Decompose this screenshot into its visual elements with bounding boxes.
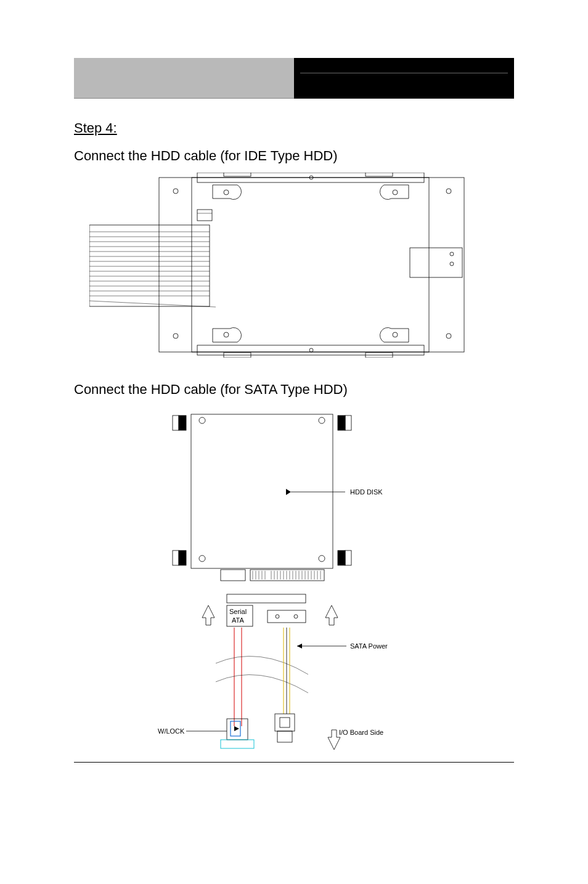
svg-rect-92	[275, 714, 295, 731]
svg-marker-79	[325, 605, 338, 625]
svg-rect-45	[345, 415, 351, 430]
label-ata: ATA	[232, 616, 244, 624]
svg-rect-46	[173, 550, 179, 565]
svg-marker-95	[328, 730, 340, 750]
svg-rect-43	[338, 550, 345, 565]
svg-point-21	[446, 334, 451, 338]
svg-point-51	[319, 555, 325, 562]
svg-point-18	[173, 189, 178, 194]
header-left-block	[74, 58, 294, 99]
svg-point-19	[446, 189, 451, 194]
svg-rect-34	[410, 248, 462, 277]
svg-rect-44	[173, 415, 179, 430]
svg-marker-97	[297, 644, 302, 649]
bottom-rule	[74, 762, 514, 763]
svg-rect-90	[221, 740, 254, 748]
svg-rect-81	[267, 610, 306, 623]
svg-point-50	[199, 555, 205, 562]
caption-sata: Connect the HDD cable (for SATA Type HDD…	[74, 382, 348, 398]
svg-point-20	[173, 334, 178, 338]
svg-rect-16	[159, 178, 464, 352]
label-sata-power: SATA Power	[350, 642, 388, 650]
diagram-sata: HDD DISK Serial ATA SATA Po	[154, 412, 419, 757]
step-title: Step 4:	[74, 120, 117, 136]
svg-point-33	[393, 332, 398, 337]
svg-rect-42	[179, 550, 186, 565]
diagram-ide	[89, 173, 465, 358]
svg-rect-25	[365, 173, 393, 176]
svg-rect-84	[227, 594, 306, 603]
svg-point-31	[393, 190, 398, 195]
label-io-board: I/O Board Side	[339, 729, 383, 736]
svg-rect-47	[345, 550, 351, 565]
svg-marker-78	[202, 605, 214, 625]
header-right-block	[294, 58, 514, 99]
svg-point-32	[224, 332, 229, 337]
page-header	[74, 58, 514, 99]
svg-marker-76	[286, 489, 291, 495]
svg-rect-17	[192, 178, 429, 352]
label-hdd-disk: HDD DISK	[350, 488, 383, 496]
caption-ide: Connect the HDD cable (for IDE Type HDD)	[74, 148, 338, 164]
svg-rect-26	[197, 345, 424, 355]
svg-rect-39	[191, 414, 333, 568]
svg-rect-94	[280, 718, 290, 727]
svg-rect-24	[224, 173, 251, 176]
label-wlock: W/LOCK	[158, 727, 185, 735]
svg-point-30	[224, 190, 229, 195]
svg-rect-52	[221, 570, 245, 581]
svg-line-15	[89, 301, 216, 307]
svg-point-27	[309, 348, 313, 352]
svg-point-36	[450, 262, 454, 266]
svg-point-82	[276, 615, 279, 618]
svg-rect-40	[179, 415, 186, 430]
svg-point-83	[294, 615, 298, 618]
svg-rect-37	[197, 210, 212, 221]
svg-rect-53	[250, 570, 324, 581]
svg-point-49	[319, 417, 325, 424]
label-serial: Serial	[229, 608, 247, 615]
svg-point-48	[199, 417, 205, 424]
svg-point-35	[450, 252, 454, 256]
svg-marker-91	[234, 726, 239, 731]
svg-rect-93	[277, 731, 292, 742]
svg-rect-41	[338, 415, 345, 430]
